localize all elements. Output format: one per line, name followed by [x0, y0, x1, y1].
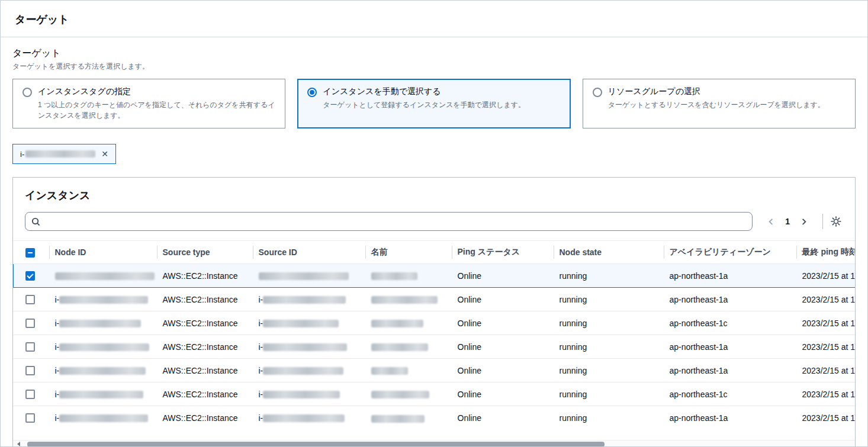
availability-zone-cell: ap-northeast-1c	[664, 382, 796, 406]
pagination-current-page[interactable]: 1	[785, 217, 790, 226]
gear-icon[interactable]	[829, 216, 843, 227]
chevron-left-icon[interactable]	[767, 217, 776, 226]
row-checkbox[interactable]	[25, 342, 35, 352]
option-description: 1 つ以上のタグのキーと値のペアを指定して、それらのタグを共有するインスタンスを…	[38, 99, 275, 121]
source-id-redacted	[263, 367, 343, 375]
col-last-ping-time: 最終 ping 時刻	[796, 241, 856, 264]
chip-prefix: i-	[20, 150, 24, 159]
radio-button[interactable]	[307, 88, 317, 97]
horizontal-scrollbar[interactable]	[13, 440, 855, 447]
radio-button[interactable]	[22, 88, 32, 97]
last-ping-cell: 2023/2/15 at 1	[796, 382, 856, 406]
target-method-options: インスタンスタグの指定 1 つ以上のタグのキーと値のペアを指定して、それらのタグ…	[12, 79, 856, 128]
col-name: 名前	[365, 241, 452, 264]
table-row[interactable]: i- AWS::EC2::Instance i- Online running …	[14, 359, 856, 382]
row-checkbox[interactable]	[25, 295, 35, 304]
node-state-cell: running	[554, 359, 664, 382]
row-checkbox[interactable]	[25, 413, 35, 423]
name-redacted	[371, 415, 425, 423]
availability-zone-cell: ap-northeast-1a	[664, 264, 796, 288]
table-row[interactable]: i- AWS::EC2::Instance i- Online running …	[14, 335, 856, 359]
table-row[interactable]: i- AWS::EC2::Instance i- Online running …	[14, 382, 856, 406]
node-id-cell: i-	[49, 382, 157, 406]
node-id-cell: i-	[49, 311, 157, 335]
node-id-cell: i-	[49, 406, 157, 430]
source-type-cell: AWS::EC2::Instance	[157, 382, 253, 406]
search-icon	[31, 217, 40, 226]
ping-status-cell: Online	[452, 406, 554, 430]
option-resource-group[interactable]: リソースグループの選択 ターゲットとするリソースを含むリソースグループを選択しま…	[583, 79, 856, 128]
name-cell	[365, 382, 452, 406]
source-type-cell: AWS::EC2::Instance	[157, 406, 253, 430]
chip-redacted-value	[25, 150, 95, 157]
availability-zone-cell: ap-northeast-1a	[664, 406, 796, 430]
name-redacted	[371, 343, 428, 351]
availability-zone-cell: ap-northeast-1c	[664, 311, 796, 335]
search-input[interactable]	[44, 217, 746, 226]
instance-search-box[interactable]	[25, 212, 753, 231]
source-id-redacted	[263, 296, 346, 304]
name-cell	[365, 311, 452, 335]
chevron-right-icon[interactable]	[799, 217, 808, 226]
instances-panel-title: インスタンス	[25, 188, 843, 202]
source-type-cell: AWS::EC2::Instance	[157, 335, 253, 359]
node-state-cell: running	[554, 406, 664, 430]
source-id-cell: i-	[253, 311, 365, 335]
node-state-cell: running	[554, 382, 664, 406]
option-manual-select[interactable]: インスタンスを手動で選択する ターゲットとして登録するインスタンスを手動で選択し…	[297, 79, 570, 128]
source-id-redacted	[263, 343, 347, 351]
select-all-checkbox[interactable]	[25, 248, 35, 258]
source-type-cell: AWS::EC2::Instance	[157, 288, 253, 311]
name-cell	[365, 335, 452, 359]
source-id-cell: i-	[253, 406, 365, 430]
col-ping-status: Ping ステータス	[452, 241, 554, 264]
target-field-label: ターゲット	[12, 47, 856, 60]
option-description: ターゲットとするリソースを含むリソースグループを選択します。	[608, 99, 825, 110]
node-id-cell	[49, 264, 157, 288]
source-type-cell: AWS::EC2::Instance	[157, 264, 253, 288]
row-checkbox[interactable]	[25, 271, 35, 281]
availability-zone-cell: ap-northeast-1a	[664, 359, 796, 382]
target-field-description: ターゲットを選択する方法を選択します。	[12, 62, 856, 72]
table-row[interactable]: i- AWS::EC2::Instance i- Online running …	[14, 406, 856, 430]
name-redacted	[371, 272, 417, 280]
name-cell	[365, 288, 452, 311]
table-row[interactable]: i- AWS::EC2::Instance i- Online running …	[14, 288, 856, 311]
page-content: ターゲット ターゲットを選択する方法を選択します。 インスタンスタグの指定 1 …	[1, 47, 867, 447]
page-title: ターゲット	[15, 12, 853, 27]
node-id-redacted	[55, 272, 155, 280]
option-label: インスタンスを手動で選択する	[323, 86, 525, 97]
option-instance-tags[interactable]: インスタンスタグの指定 1 つ以上のタグのキーと値のペアを指定して、それらのタグ…	[12, 79, 285, 128]
node-state-cell: running	[554, 264, 664, 288]
source-id-cell: i-	[253, 382, 365, 406]
radio-button[interactable]	[593, 88, 602, 97]
node-id-redacted	[59, 296, 148, 304]
scrollbar-thumb[interactable]	[27, 442, 605, 447]
pagination: 1	[767, 217, 808, 226]
source-id-redacted	[263, 414, 345, 422]
ping-status-cell: Online	[452, 288, 554, 311]
close-icon[interactable]: ✕	[101, 150, 108, 158]
instance-table-body: AWS::EC2::Instance Online running ap-nor…	[14, 264, 856, 430]
availability-zone-cell: ap-northeast-1a	[664, 335, 796, 359]
name-cell	[365, 406, 452, 430]
instances-panel: インスタンス 1	[12, 177, 856, 447]
last-ping-cell: 2023/2/15 at 1	[796, 406, 856, 430]
row-checkbox[interactable]	[25, 319, 35, 328]
source-id-redacted	[259, 272, 349, 280]
name-redacted	[371, 296, 438, 304]
node-state-cell: running	[554, 288, 664, 311]
source-type-cell: AWS::EC2::Instance	[157, 311, 253, 335]
ping-status-cell: Online	[452, 359, 554, 382]
instance-filter-chip[interactable]: i- ✕	[12, 144, 116, 164]
scroll-left-arrow-icon[interactable]	[17, 442, 20, 446]
table-row[interactable]: i- AWS::EC2::Instance i- Online running …	[14, 311, 856, 335]
table-row[interactable]: AWS::EC2::Instance Online running ap-nor…	[14, 264, 856, 288]
availability-zone-cell: ap-northeast-1a	[664, 288, 796, 311]
ping-status-cell: Online	[452, 264, 554, 288]
row-checkbox[interactable]	[25, 366, 35, 375]
option-label: インスタンスタグの指定	[38, 86, 275, 97]
source-id-cell: i-	[253, 288, 365, 311]
node-state-cell: running	[554, 335, 664, 359]
row-checkbox[interactable]	[25, 390, 35, 399]
